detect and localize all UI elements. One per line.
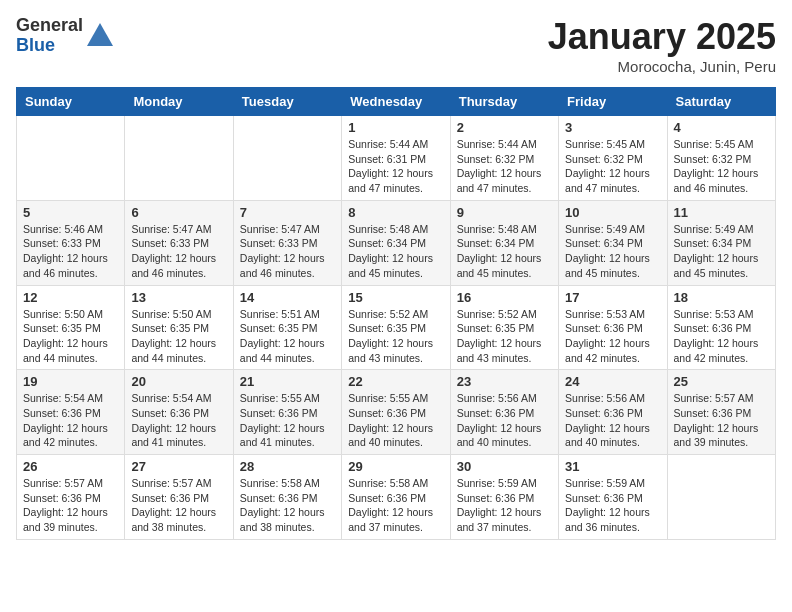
- day-number: 14: [240, 290, 335, 305]
- calendar-cell: 18Sunrise: 5:53 AM Sunset: 6:36 PM Dayli…: [667, 285, 775, 370]
- calendar-cell: 28Sunrise: 5:58 AM Sunset: 6:36 PM Dayli…: [233, 455, 341, 540]
- calendar-cell: 14Sunrise: 5:51 AM Sunset: 6:35 PM Dayli…: [233, 285, 341, 370]
- logo-general-text: General: [16, 16, 83, 36]
- day-number: 26: [23, 459, 118, 474]
- day-info: Sunrise: 5:51 AM Sunset: 6:35 PM Dayligh…: [240, 307, 335, 366]
- calendar-cell: 23Sunrise: 5:56 AM Sunset: 6:36 PM Dayli…: [450, 370, 558, 455]
- day-info: Sunrise: 5:57 AM Sunset: 6:36 PM Dayligh…: [674, 391, 769, 450]
- title-block: January 2025 Morococha, Junin, Peru: [548, 16, 776, 75]
- day-info: Sunrise: 5:53 AM Sunset: 6:36 PM Dayligh…: [674, 307, 769, 366]
- day-number: 30: [457, 459, 552, 474]
- calendar-cell: [233, 116, 341, 201]
- calendar-cell: 31Sunrise: 5:59 AM Sunset: 6:36 PM Dayli…: [559, 455, 667, 540]
- calendar-cell: 11Sunrise: 5:49 AM Sunset: 6:34 PM Dayli…: [667, 200, 775, 285]
- calendar-cell: 20Sunrise: 5:54 AM Sunset: 6:36 PM Dayli…: [125, 370, 233, 455]
- calendar-table: Sunday Monday Tuesday Wednesday Thursday…: [16, 87, 776, 540]
- calendar-cell: 19Sunrise: 5:54 AM Sunset: 6:36 PM Dayli…: [17, 370, 125, 455]
- day-number: 15: [348, 290, 443, 305]
- calendar-cell: 17Sunrise: 5:53 AM Sunset: 6:36 PM Dayli…: [559, 285, 667, 370]
- day-number: 11: [674, 205, 769, 220]
- calendar-cell: 1Sunrise: 5:44 AM Sunset: 6:31 PM Daylig…: [342, 116, 450, 201]
- calendar-cell: 12Sunrise: 5:50 AM Sunset: 6:35 PM Dayli…: [17, 285, 125, 370]
- calendar-cell: 10Sunrise: 5:49 AM Sunset: 6:34 PM Dayli…: [559, 200, 667, 285]
- day-info: Sunrise: 5:50 AM Sunset: 6:35 PM Dayligh…: [131, 307, 226, 366]
- month-title: January 2025: [548, 16, 776, 58]
- day-info: Sunrise: 5:53 AM Sunset: 6:36 PM Dayligh…: [565, 307, 660, 366]
- calendar-cell: 24Sunrise: 5:56 AM Sunset: 6:36 PM Dayli…: [559, 370, 667, 455]
- day-info: Sunrise: 5:48 AM Sunset: 6:34 PM Dayligh…: [457, 222, 552, 281]
- header-saturday: Saturday: [667, 88, 775, 116]
- day-number: 20: [131, 374, 226, 389]
- day-info: Sunrise: 5:55 AM Sunset: 6:36 PM Dayligh…: [348, 391, 443, 450]
- day-number: 7: [240, 205, 335, 220]
- calendar-cell: 16Sunrise: 5:52 AM Sunset: 6:35 PM Dayli…: [450, 285, 558, 370]
- day-info: Sunrise: 5:54 AM Sunset: 6:36 PM Dayligh…: [23, 391, 118, 450]
- day-info: Sunrise: 5:49 AM Sunset: 6:34 PM Dayligh…: [565, 222, 660, 281]
- calendar-cell: 5Sunrise: 5:46 AM Sunset: 6:33 PM Daylig…: [17, 200, 125, 285]
- calendar-cell: 29Sunrise: 5:58 AM Sunset: 6:36 PM Dayli…: [342, 455, 450, 540]
- calendar-cell: 25Sunrise: 5:57 AM Sunset: 6:36 PM Dayli…: [667, 370, 775, 455]
- calendar-cell: [667, 455, 775, 540]
- calendar-week-row-4: 19Sunrise: 5:54 AM Sunset: 6:36 PM Dayli…: [17, 370, 776, 455]
- day-info: Sunrise: 5:44 AM Sunset: 6:32 PM Dayligh…: [457, 137, 552, 196]
- header-tuesday: Tuesday: [233, 88, 341, 116]
- calendar-cell: [17, 116, 125, 201]
- day-number: 23: [457, 374, 552, 389]
- day-info: Sunrise: 5:46 AM Sunset: 6:33 PM Dayligh…: [23, 222, 118, 281]
- calendar-cell: 2Sunrise: 5:44 AM Sunset: 6:32 PM Daylig…: [450, 116, 558, 201]
- day-number: 21: [240, 374, 335, 389]
- calendar-cell: 22Sunrise: 5:55 AM Sunset: 6:36 PM Dayli…: [342, 370, 450, 455]
- day-number: 28: [240, 459, 335, 474]
- calendar-cell: 13Sunrise: 5:50 AM Sunset: 6:35 PM Dayli…: [125, 285, 233, 370]
- calendar-cell: 26Sunrise: 5:57 AM Sunset: 6:36 PM Dayli…: [17, 455, 125, 540]
- calendar-cell: 30Sunrise: 5:59 AM Sunset: 6:36 PM Dayli…: [450, 455, 558, 540]
- day-info: Sunrise: 5:52 AM Sunset: 6:35 PM Dayligh…: [457, 307, 552, 366]
- calendar-week-row-1: 1Sunrise: 5:44 AM Sunset: 6:31 PM Daylig…: [17, 116, 776, 201]
- day-number: 6: [131, 205, 226, 220]
- day-number: 18: [674, 290, 769, 305]
- day-number: 12: [23, 290, 118, 305]
- svg-marker-0: [87, 23, 113, 46]
- day-info: Sunrise: 5:57 AM Sunset: 6:36 PM Dayligh…: [131, 476, 226, 535]
- calendar-week-row-5: 26Sunrise: 5:57 AM Sunset: 6:36 PM Dayli…: [17, 455, 776, 540]
- day-number: 27: [131, 459, 226, 474]
- weekday-header-row: Sunday Monday Tuesday Wednesday Thursday…: [17, 88, 776, 116]
- day-info: Sunrise: 5:50 AM Sunset: 6:35 PM Dayligh…: [23, 307, 118, 366]
- logo-blue-text: Blue: [16, 36, 83, 56]
- day-info: Sunrise: 5:49 AM Sunset: 6:34 PM Dayligh…: [674, 222, 769, 281]
- day-number: 8: [348, 205, 443, 220]
- day-number: 2: [457, 120, 552, 135]
- day-info: Sunrise: 5:45 AM Sunset: 6:32 PM Dayligh…: [674, 137, 769, 196]
- day-info: Sunrise: 5:58 AM Sunset: 6:36 PM Dayligh…: [348, 476, 443, 535]
- page-header: General Blue January 2025 Morococha, Jun…: [16, 16, 776, 75]
- day-info: Sunrise: 5:57 AM Sunset: 6:36 PM Dayligh…: [23, 476, 118, 535]
- day-number: 1: [348, 120, 443, 135]
- day-number: 31: [565, 459, 660, 474]
- calendar-week-row-3: 12Sunrise: 5:50 AM Sunset: 6:35 PM Dayli…: [17, 285, 776, 370]
- day-info: Sunrise: 5:58 AM Sunset: 6:36 PM Dayligh…: [240, 476, 335, 535]
- calendar-cell: 3Sunrise: 5:45 AM Sunset: 6:32 PM Daylig…: [559, 116, 667, 201]
- day-info: Sunrise: 5:59 AM Sunset: 6:36 PM Dayligh…: [565, 476, 660, 535]
- header-friday: Friday: [559, 88, 667, 116]
- calendar-cell: 8Sunrise: 5:48 AM Sunset: 6:34 PM Daylig…: [342, 200, 450, 285]
- header-wednesday: Wednesday: [342, 88, 450, 116]
- day-number: 19: [23, 374, 118, 389]
- day-info: Sunrise: 5:54 AM Sunset: 6:36 PM Dayligh…: [131, 391, 226, 450]
- day-info: Sunrise: 5:45 AM Sunset: 6:32 PM Dayligh…: [565, 137, 660, 196]
- calendar-cell: 4Sunrise: 5:45 AM Sunset: 6:32 PM Daylig…: [667, 116, 775, 201]
- day-number: 4: [674, 120, 769, 135]
- day-info: Sunrise: 5:55 AM Sunset: 6:36 PM Dayligh…: [240, 391, 335, 450]
- calendar-cell: 27Sunrise: 5:57 AM Sunset: 6:36 PM Dayli…: [125, 455, 233, 540]
- day-number: 25: [674, 374, 769, 389]
- logo-icon: [85, 21, 115, 51]
- calendar-cell: 7Sunrise: 5:47 AM Sunset: 6:33 PM Daylig…: [233, 200, 341, 285]
- day-info: Sunrise: 5:59 AM Sunset: 6:36 PM Dayligh…: [457, 476, 552, 535]
- calendar-cell: 6Sunrise: 5:47 AM Sunset: 6:33 PM Daylig…: [125, 200, 233, 285]
- calendar-cell: 9Sunrise: 5:48 AM Sunset: 6:34 PM Daylig…: [450, 200, 558, 285]
- calendar-cell: [125, 116, 233, 201]
- calendar-week-row-2: 5Sunrise: 5:46 AM Sunset: 6:33 PM Daylig…: [17, 200, 776, 285]
- day-number: 17: [565, 290, 660, 305]
- day-number: 3: [565, 120, 660, 135]
- day-number: 9: [457, 205, 552, 220]
- header-thursday: Thursday: [450, 88, 558, 116]
